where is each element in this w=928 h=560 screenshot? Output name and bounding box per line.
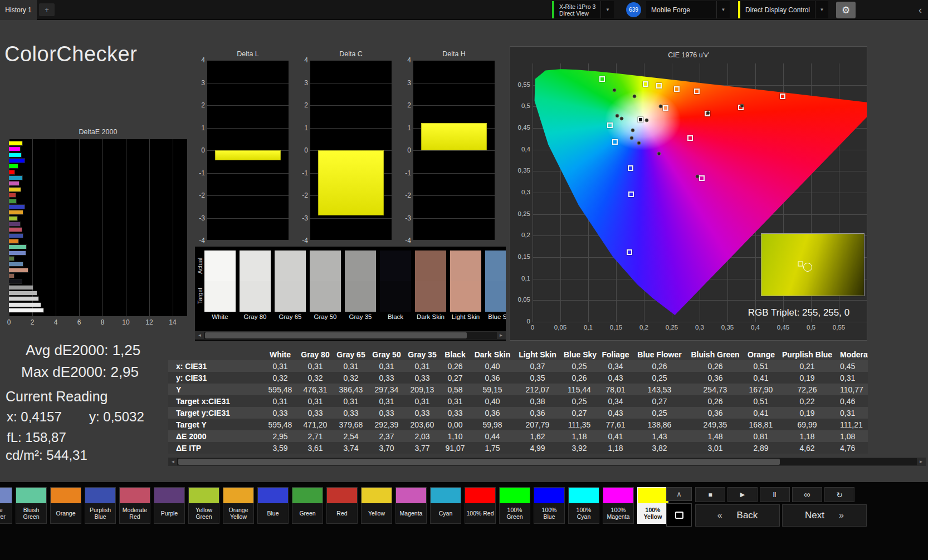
axis-tick-label: 0 [399,146,411,154]
deltae-bar-100-yellow [9,141,22,145]
deltae-bar-white [9,308,43,312]
scroll-right-arrow[interactable]: ► [497,332,505,339]
pattern-button-100-red[interactable]: 100% Red [465,487,496,524]
display-control-dropdown[interactable]: Direct Display Control ▼ [738,1,828,18]
chevron-down-icon[interactable]: ▼ [716,1,730,18]
swatch-scrollbar[interactable]: ◄ ► [195,331,506,340]
pattern-source-label: Mobile Forge [646,1,716,18]
pattern-button-blue-flower[interactable]: Blue Flower [0,487,12,524]
loop-button[interactable]: ∞ [792,487,822,502]
pattern-button-moderate-red[interactable]: Moderate Red [119,487,150,524]
pattern-button-magenta[interactable]: Magenta [395,487,427,524]
swatch-actual [310,250,341,281]
gridline [310,83,392,83]
gridline [310,218,392,219]
deltae-bar-100-magenta [9,147,20,151]
axis-tick-label: 0,2 [512,232,530,238]
next-button[interactable]: Next » [782,504,867,527]
scroll-right-arrow[interactable]: ► [917,458,925,465]
scroll-left-arrow[interactable]: ◄ [196,332,204,339]
pattern-button-100-magenta[interactable]: 100% Magenta [603,487,634,524]
table-cell: 0,31 [297,395,333,407]
cie-measured-point [631,128,635,132]
collapse-panel-button[interactable]: ‹ [914,3,927,17]
table-cell: 0,33 [297,407,333,419]
play-button[interactable]: ▶ [727,487,758,502]
window-icon [675,512,683,519]
axis-tick-label: -3 [193,214,205,222]
table-row: Y595,48476,31386,43297,34209,130,5859,15… [168,384,868,395]
pattern-button-yellow-green[interactable]: Yellow Green [188,487,219,524]
table-cell: 209,13 [404,384,440,395]
table-cell: 0,22 [778,395,837,407]
table-cell: 212,07 [515,384,560,395]
deltae-bar-purplish-blue [9,234,23,238]
swatch-target [415,281,446,312]
pattern-button-purplish-blue[interactable]: Purplish Blue [85,487,116,524]
pattern-label: Magenta [396,503,426,523]
axis-tick-label: 4 [399,56,411,64]
column-header-gray-80: Gray 80 [297,348,333,360]
delta-value-bar [421,123,487,150]
pattern-button-purple[interactable]: Purple [154,487,185,524]
add-tab-button[interactable]: + [39,3,55,16]
table-cell: 1,18 [598,442,633,454]
table-scrollbar[interactable]: ◄ ► [168,458,926,466]
pattern-button-orange-yellow[interactable]: Orange Yellow [223,487,254,524]
pattern-button-bluish-green[interactable]: Bluish Green [16,487,47,524]
scroll-thumb[interactable] [178,459,780,465]
swatch-label: Light Skin [450,313,481,320]
table-header-row: WhiteGray 80Gray 65Gray 50Gray 35BlackDa… [168,348,868,360]
pattern-button-100-yellow[interactable]: 100% Yellow [637,487,668,524]
axis-tick-label: 6 [72,318,86,326]
row-label: Y [168,384,263,395]
refresh-button[interactable]: ↻ [824,487,854,502]
table-cell: 297,34 [369,384,404,395]
scroll-left-arrow[interactable]: ◄ [169,458,177,465]
pattern-button-yellow[interactable]: Yellow [361,487,392,524]
chart-title: Delta L [207,50,289,58]
table-cell: 110,77 [837,384,868,395]
table-cell: 0,32 [333,372,369,384]
deltae-bar-magenta [9,181,19,185]
pattern-source-dropdown[interactable]: Mobile Forge ▼ [646,1,730,18]
table-cell: 0,44 [470,430,515,442]
table-cell: 3,01 [686,442,744,454]
chevron-down-icon[interactable]: ▼ [600,1,614,18]
gridline [102,139,103,316]
scroll-thumb[interactable] [205,332,467,338]
results-table: WhiteGray 80Gray 65Gray 50Gray 35BlackDa… [168,348,868,456]
back-button[interactable]: « Back [695,504,780,527]
cie-target-point [628,165,633,171]
chart-title: CIE 1976 u'v' [510,51,867,59]
axis-tick-label: 0,1 [578,324,598,331]
pattern-window-button[interactable] [666,503,692,527]
pattern-button-100-cyan[interactable]: 100% Cyan [568,487,599,524]
pattern-button-cyan[interactable]: Cyan [430,487,461,524]
chevron-right-icon: » [839,510,844,520]
table-cell: 292,39 [369,419,404,430]
row-label: Target Y [168,419,263,430]
pattern-button-red[interactable]: Red [326,487,358,524]
pattern-button-green[interactable]: Green [292,487,323,524]
zoom-inset [761,233,864,296]
column-header-light-skin: Light Skin [515,348,560,360]
chevron-down-icon[interactable]: ▼ [815,1,828,18]
collapse-toolbar-button[interactable]: ∧ [666,487,692,501]
axis-tick-label: -1 [399,169,411,177]
meter-dropdown[interactable]: X-Rite i1Pro 3 Direct View ▼ [552,1,614,18]
stop-button[interactable]: ■ [695,487,725,502]
pause-button[interactable]: ‖ [760,487,790,502]
pattern-button-blue[interactable]: Blue [257,487,289,524]
axis-tick-label: 4 [49,318,62,326]
history-tab[interactable]: History 1 [0,0,37,20]
settings-button[interactable]: ⚙ [836,2,856,18]
pattern-label: Bluish Green [16,503,46,523]
pattern-button-100-green[interactable]: 100% Green [499,487,530,524]
swatch-column-gray-50: Gray 50 [310,250,341,320]
pattern-button-orange[interactable]: Orange [50,487,81,524]
pattern-button-100-blue[interactable]: 100% Blue [534,487,565,524]
table-cell: 0,33 [404,372,440,384]
pattern-label: Cyan [431,503,461,523]
axis-tick-label: 10 [119,318,133,326]
